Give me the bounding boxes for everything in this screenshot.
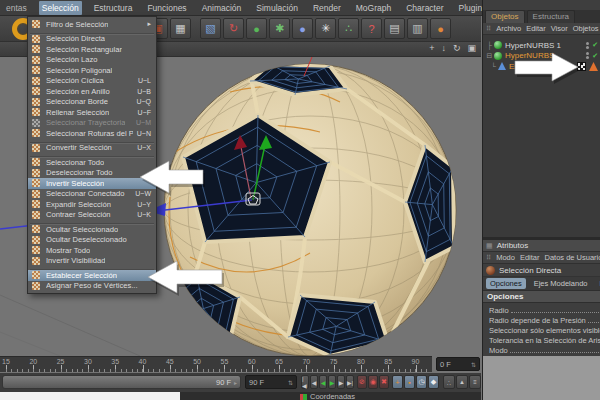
attr-tab-opciones[interactable]: Opciones — [486, 278, 526, 289]
mixer-button[interactable]: ≡ — [469, 375, 481, 389]
timeline-slider[interactable]: 90 F▸ — [2, 375, 241, 389]
key-scale-toggle[interactable]: ▪ — [404, 375, 415, 389]
delete-key-button[interactable]: ✖ — [379, 375, 389, 389]
gear-icon[interactable]: ✱ — [269, 18, 290, 39]
maximize-view-icon[interactable]: ▣ — [467, 43, 476, 53]
phong-tag-icon[interactable] — [589, 62, 598, 71]
range-start-field[interactable]: 0 F⇅ — [436, 357, 480, 371]
om-menu-visor[interactable]: Visor — [551, 24, 568, 33]
menu-item-seleccion-rectangular[interactable]: Selección Rectangular — [28, 44, 156, 55]
play-forward-button[interactable]: ▶ — [328, 375, 336, 389]
property-seleccionar-solo-elementos-visibles[interactable]: Seleccionar sólo elementos visibles — [489, 325, 600, 335]
property-modo[interactable]: Modo — [489, 345, 600, 355]
object-hypernurbs-1[interactable]: ├HyperNURBS 1✔ — [483, 40, 600, 51]
enabled-check-icon[interactable]: ✔ — [592, 41, 598, 49]
enabled-check-icon[interactable]: ✔ — [592, 52, 598, 60]
menu-item-seleccionar-borde[interactable]: Seleccionar BordeU~Q — [28, 97, 156, 108]
menu-estructura[interactable]: Estructura — [91, 1, 136, 15]
menu-item-seleccion-ciclica[interactable]: Selección CíclicaU~L — [28, 76, 156, 87]
next-key-button[interactable]: ▶ — [337, 375, 345, 389]
menu-item-invertir-visibilidad[interactable]: Invertir Visibilidad — [28, 256, 156, 267]
menu-item-seleccionar-conectado[interactable]: Seleccionar ConectadoU~W — [28, 189, 156, 200]
menu-herramientas-partial[interactable]: entas — [3, 1, 30, 15]
attr-tab-hyperfi[interactable]: Hyperfi — [595, 278, 600, 289]
play-backward-button[interactable]: ◀ — [319, 375, 327, 389]
particles-icon[interactable]: ∴ — [338, 18, 359, 39]
selection-tag-icon[interactable] — [577, 62, 586, 71]
object-hypernurbs[interactable]: ⊟HyperNURBS✔ — [483, 51, 600, 62]
tree-expander[interactable]: ⊟ — [485, 52, 494, 60]
menu-item-seleccionar-roturas-del-phong[interactable]: Seleccionar Roturas del PhongU~N — [28, 128, 156, 139]
menu-mograph[interactable]: MoGraph — [353, 1, 394, 15]
help-cursor-icon[interactable]: ? — [361, 18, 382, 39]
menu-item-seleccionar-trayectoria[interactable]: Seleccionar TrayectoriaU~M — [28, 118, 156, 129]
menu-item-seleccion-directa[interactable]: Selección Directa — [28, 34, 156, 45]
modify-icon[interactable]: ↻ — [223, 18, 244, 39]
menu-item-rellenar-seleccion[interactable]: Rellenar SelecciónU~F — [28, 107, 156, 118]
menu-animacion[interactable]: Animación — [199, 1, 245, 15]
object-label[interactable]: HyperNURBS — [505, 51, 554, 60]
goto-end-button[interactable]: ▶| — [346, 375, 354, 389]
prev-key-button[interactable]: ◀ — [310, 375, 318, 389]
om-menu-objetos[interactable]: Objetos — [573, 24, 599, 33]
menu-character[interactable]: Character — [403, 1, 446, 15]
visibility-dots[interactable] — [586, 52, 589, 55]
menu-item-invertir-seleccion[interactable]: Invertir Selección — [28, 178, 156, 189]
metaball-icon[interactable]: ● — [292, 18, 313, 39]
menu-item-ocultar-seleccionado[interactable]: Ocultar Seleccionado — [28, 224, 156, 235]
primitive-cube-icon[interactable]: ▧ — [200, 18, 221, 39]
tree-expander[interactable]: ├ — [485, 42, 494, 49]
key-rotation-toggle[interactable]: ◷ — [416, 375, 427, 389]
stepper-icon[interactable]: ⇅ — [471, 361, 476, 368]
om-menu-archivo[interactable]: Archivo — [496, 24, 521, 33]
menu-item-establecer-seleccion[interactable]: Establecer Selección — [28, 270, 156, 281]
tab-objetos[interactable]: Objetos — [485, 10, 525, 23]
rotate-view-icon[interactable]: ↻ — [453, 43, 461, 53]
menu-item-filtro-de-seleccion[interactable]: Filtro de Selección▸ — [28, 19, 156, 30]
current-frame-field[interactable]: 90 F⇅ — [245, 375, 297, 389]
slider-knob-icon[interactable]: ▸ — [234, 379, 237, 386]
record-button[interactable]: ⊘ — [357, 375, 367, 389]
menu-item-deseleccionar-todo[interactable]: Deseleccionar Todo — [28, 168, 156, 179]
visibility-dots[interactable] — [586, 42, 589, 45]
object-label[interactable]: Esfera — [509, 62, 532, 71]
object-esfera[interactable]: └Esfera — [483, 61, 600, 72]
stepper-icon[interactable]: ⇅ — [288, 379, 293, 386]
autokey-button[interactable]: ◉ — [368, 375, 378, 389]
om-menu-editar[interactable]: Editar — [526, 24, 546, 33]
menu-item-mostrar-todo[interactable]: Mostrar Todo — [28, 245, 156, 256]
property-tolerancia-en-la-seleccion-de-aristas-poli[interactable]: Tolerancia en la Selección de Aristas/Po… — [489, 335, 600, 345]
tree-expander[interactable]: └ — [489, 63, 498, 70]
attr-menu-datos-de-usuario[interactable]: Datos de Usuario — [545, 253, 600, 262]
timeline-window-icon[interactable]: ▤ — [384, 18, 405, 39]
menu-simulacion[interactable]: Simulación — [253, 1, 301, 15]
pla-button[interactable]: ▲ — [456, 375, 468, 389]
menu-item-asignar-peso-de-vertices[interactable]: Asignar Peso de Vértices... — [28, 281, 156, 292]
attr-menu-modo[interactable]: Modo — [496, 253, 515, 262]
key-position-toggle[interactable]: + — [392, 375, 403, 389]
goto-start-button[interactable]: |◀ — [301, 375, 309, 389]
menu-item-ocultar-deseleccionado[interactable]: Ocultar Deseleccionado — [28, 235, 156, 246]
menu-item-seleccion-en-anillo[interactable]: Selección en AnilloU~B — [28, 86, 156, 97]
menu-item-seleccion-lazo[interactable]: Selección Lazo — [28, 55, 156, 66]
property-radio-depende-de-la-presion[interactable]: Radio depende de la Presión — [489, 315, 600, 325]
materials-window-icon[interactable]: ▥ — [407, 18, 428, 39]
menu-render[interactable]: Render — [310, 1, 344, 15]
menu-item-contraer-seleccion[interactable]: Contraer SelecciónU~K — [28, 210, 156, 221]
render-view-icon[interactable]: ▦ — [170, 18, 191, 39]
point-level-button[interactable]: ∴ — [443, 375, 455, 389]
key-parameter-toggle[interactable]: ◆ — [428, 375, 439, 389]
menu-item-seleccion-poligonal[interactable]: Selección Poligonal — [28, 65, 156, 76]
object-label[interactable]: HyperNURBS 1 — [505, 41, 561, 50]
attr-tab-ejes-modelando[interactable]: Ejes Modelando — [530, 278, 592, 289]
browser-icon[interactable]: ● — [430, 18, 451, 39]
menu-funciones[interactable]: Funciones — [144, 1, 189, 15]
tab-estructura[interactable]: Estructura — [527, 10, 575, 23]
attr-menu-editar[interactable]: Editar — [520, 253, 540, 262]
menu-item-convertir-seleccion[interactable]: Convertir SelecciónU~X — [28, 143, 156, 154]
spline-icon[interactable]: ✳ — [315, 18, 336, 39]
property-radio[interactable]: Radio — [489, 305, 600, 315]
pan-view-icon[interactable]: + — [429, 43, 434, 53]
hypernurbs-icon[interactable]: ● — [246, 18, 267, 39]
timeline-ruler[interactable]: 15202530354045505560657075808590 — [0, 356, 432, 372]
